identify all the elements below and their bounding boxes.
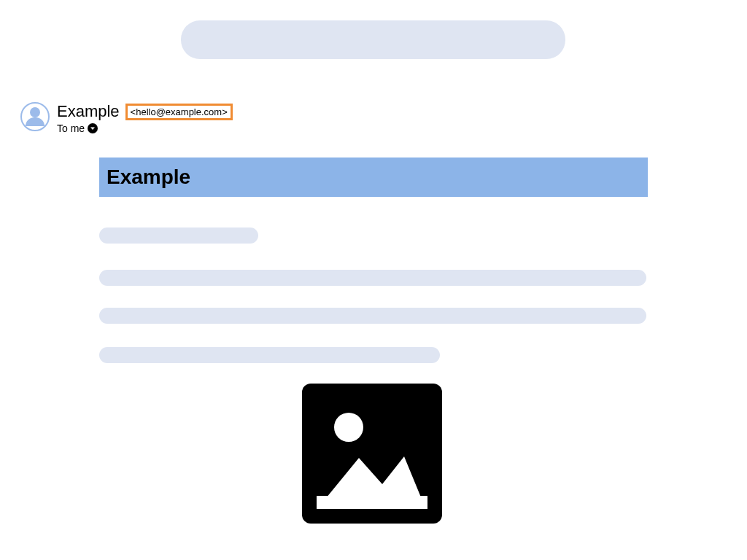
sender-name: Example	[57, 102, 120, 121]
body-line-placeholder	[99, 270, 646, 286]
person-icon	[26, 107, 44, 126]
sender-email-highlighted: <hello@example.com>	[125, 104, 233, 120]
sender-info: Example <hello@example.com> To me	[57, 102, 233, 134]
svg-rect-5	[317, 496, 427, 509]
svg-marker-0	[90, 128, 95, 131]
subject-bar: Example	[99, 158, 648, 197]
image-placeholder	[302, 384, 442, 524]
image-icon	[302, 384, 442, 524]
body-line-placeholder	[99, 347, 440, 363]
top-placeholder-bar	[181, 20, 565, 59]
expand-details-button[interactable]	[88, 123, 98, 133]
svg-point-3	[334, 413, 363, 442]
body-line-placeholder	[99, 228, 258, 244]
avatar	[20, 102, 50, 131]
subject-text: Example	[107, 166, 190, 189]
body-line-placeholder	[99, 308, 646, 324]
chevron-down-icon	[90, 125, 96, 131]
to-label: To me	[57, 122, 85, 134]
sender-row: Example <hello@example.com> To me	[20, 102, 233, 134]
